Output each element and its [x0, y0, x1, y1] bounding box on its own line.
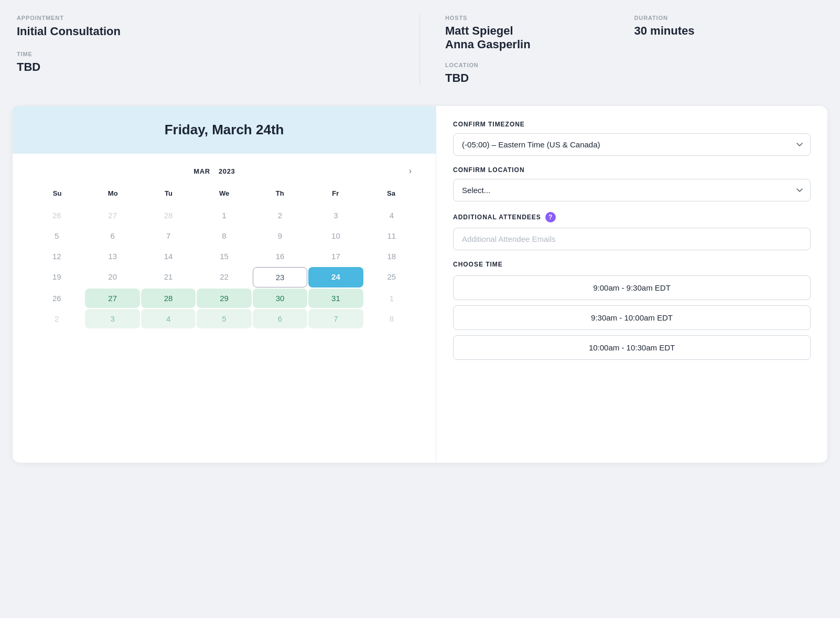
- calendar-day-3: 3: [308, 206, 363, 225]
- month-label: MAR: [193, 167, 210, 175]
- calendar-day-29[interactable]: 29: [197, 289, 251, 308]
- day-header-we: We: [196, 185, 252, 201]
- calendar-day-24[interactable]: 24: [308, 267, 363, 287]
- calendar-day-1: 1: [364, 289, 419, 308]
- calendar-day-27: 27: [85, 206, 139, 225]
- calendar-day-19: 19: [29, 267, 84, 287]
- confirm-timezone-label: CONFIRM TIMEZONE: [453, 121, 811, 128]
- host2-name: Anna Gasperlin: [445, 38, 634, 51]
- calendar-day-7: 7: [141, 226, 196, 246]
- location-top-value: TBD: [445, 71, 634, 85]
- calendar-day-30[interactable]: 30: [253, 289, 307, 308]
- location-select[interactable]: Select...: [453, 179, 811, 201]
- calendar-nav: MAR 2023 ›: [13, 154, 436, 181]
- calendar-day-28: 28: [141, 206, 196, 225]
- hosts-section: HOSTS Matt Spiegel Anna Gasperlin LOCATI…: [445, 15, 634, 85]
- calendar-day-16: 16: [253, 247, 307, 266]
- calendar-day-13: 13: [85, 247, 139, 266]
- calendar-day-6: 6: [85, 226, 139, 246]
- host1-name: Matt Spiegel: [445, 24, 634, 38]
- choose-time-label: CHOOSE TIME: [453, 261, 811, 268]
- calendar-day-26: 26: [29, 289, 84, 308]
- location-top-section: LOCATION TBD: [445, 62, 634, 85]
- calendar-day-15: 15: [197, 247, 251, 266]
- calendar-day-20: 20: [85, 267, 139, 287]
- duration-label: DURATION: [634, 15, 824, 21]
- duration-value: 30 minutes: [634, 24, 824, 38]
- calendar-day-6[interactable]: 6: [253, 309, 307, 328]
- year-label: 2023: [219, 167, 235, 175]
- next-month-button[interactable]: ›: [406, 165, 415, 177]
- calendar-day-10: 10: [308, 226, 363, 246]
- calendar-day-5: 5: [29, 226, 84, 246]
- day-header-th: Th: [252, 185, 308, 201]
- duration-section: DURATION 30 minutes: [634, 15, 824, 85]
- calendar-day-2: 2: [29, 309, 84, 328]
- attendees-row: ADDITIONAL ATTENDEES ?: [453, 212, 811, 222]
- hosts-label: HOSTS: [445, 15, 634, 21]
- time-slots-container: 9:00am - 9:30am EDT9:30am - 10:00am EDT1…: [453, 275, 811, 365]
- time-slot-2[interactable]: 10:00am - 10:30am EDT: [453, 335, 811, 360]
- right-panel: CONFIRM TIMEZONE (-05:00) – Eastern Time…: [436, 106, 827, 463]
- calendar-day-26: 26: [29, 206, 84, 225]
- calendar-day-25: 25: [364, 267, 419, 287]
- calendar-day-3[interactable]: 3: [85, 309, 139, 328]
- calendar-day-18: 18: [364, 247, 419, 266]
- calendar-grid: Su Mo Tu We Th Fr Sa 2627281234567891011…: [13, 181, 436, 341]
- calendar-day-17: 17: [308, 247, 363, 266]
- day-header-tu: Tu: [141, 185, 196, 201]
- calendar-day-2: 2: [253, 206, 307, 225]
- calendar-day-27[interactable]: 27: [85, 289, 139, 308]
- location-top-label: LOCATION: [445, 62, 634, 68]
- calendar-day-8: 8: [197, 226, 251, 246]
- day-header-su: Su: [29, 185, 85, 201]
- day-header-sa: Sa: [363, 185, 419, 201]
- selected-date-display: Friday, March 24th: [23, 122, 425, 138]
- calendar-day-11: 11: [364, 226, 419, 246]
- time-slot-1[interactable]: 9:30am - 10:00am EDT: [453, 305, 811, 330]
- confirm-location-label: CONFIRM LOCATION: [453, 166, 811, 174]
- day-header-mo: Mo: [85, 185, 141, 201]
- attendees-help-icon[interactable]: ?: [545, 212, 556, 222]
- calendar-day-1: 1: [197, 206, 251, 225]
- main-card: Friday, March 24th MAR 2023 › Su Mo Tu W…: [13, 106, 827, 463]
- appointment-label: APPOINTMENT: [17, 15, 403, 21]
- calendar-day-9: 9: [253, 226, 307, 246]
- calendar-day-4: 4: [364, 206, 419, 225]
- calendar-header-banner: Friday, March 24th: [13, 106, 436, 154]
- calendar-day-4[interactable]: 4: [141, 309, 196, 328]
- day-header-fr: Fr: [308, 185, 363, 201]
- calendar-section: Friday, March 24th MAR 2023 › Su Mo Tu W…: [13, 106, 436, 463]
- calendar-day-28[interactable]: 28: [141, 289, 196, 308]
- appointment-info: APPOINTMENT Initial Consultation TIME TB…: [17, 15, 420, 85]
- attendee-emails-input[interactable]: [453, 228, 811, 250]
- calendar-days-grid: 2627281234567891011121314151617181920212…: [29, 206, 419, 328]
- time-slot-0[interactable]: 9:00am - 9:30am EDT: [453, 275, 811, 300]
- time-label: TIME: [17, 51, 403, 57]
- calendar-day-21: 21: [141, 267, 196, 287]
- calendar-day-22: 22: [197, 267, 251, 287]
- calendar-day-31[interactable]: 31: [308, 289, 363, 308]
- appointment-title: Initial Consultation: [17, 24, 403, 39]
- calendar-day-12: 12: [29, 247, 84, 266]
- calendar-day-7[interactable]: 7: [308, 309, 363, 328]
- day-headers-row: Su Mo Tu We Th Fr Sa: [29, 185, 419, 201]
- calendar-day-23: 23: [253, 267, 307, 287]
- calendar-day-14: 14: [141, 247, 196, 266]
- timezone-select[interactable]: (-05:00) – Eastern Time (US & Canada): [453, 133, 811, 156]
- month-year-display: MAR 2023: [34, 167, 395, 175]
- hosts-duration-info: HOSTS Matt Spiegel Anna Gasperlin LOCATI…: [420, 15, 823, 85]
- calendar-day-5[interactable]: 5: [197, 309, 251, 328]
- additional-attendees-label: ADDITIONAL ATTENDEES: [453, 214, 541, 221]
- calendar-day-8: 8: [364, 309, 419, 328]
- time-section: TIME TBD: [17, 51, 403, 74]
- time-value: TBD: [17, 60, 403, 74]
- top-info-bar: APPOINTMENT Initial Consultation TIME TB…: [0, 0, 840, 98]
